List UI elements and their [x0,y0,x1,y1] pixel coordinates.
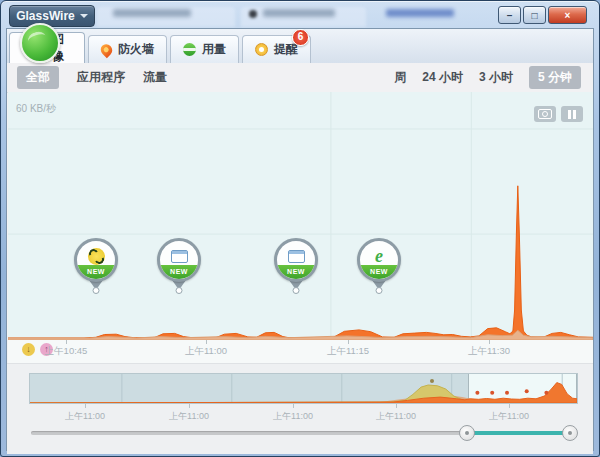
tab-firewall-label: 防火墙 [118,41,154,58]
timeline-label: 上午11:00 [376,410,416,423]
timeline-tick [189,404,190,408]
new-badge: NEW [360,265,398,279]
app-menu-label: GlassWire [16,9,75,23]
usage-sphere-icon [183,43,196,56]
background-tab-text [263,9,335,17]
time-label: 上午11:15 [327,345,369,358]
maximize-icon: □ [531,10,537,21]
network-activity-graph[interactable]: 60 KB/秒 NEW NEW NEW [8,92,593,341]
time-label: 上午11:30 [468,345,510,358]
time-label: 上午11:00 [185,345,227,358]
traffic-area-chart [8,92,593,340]
time-label: 上午10:45 [45,345,88,358]
window-app-icon [288,250,305,263]
pause-icon [568,110,576,119]
pause-graph-button[interactable] [561,106,583,122]
history-timeline-band[interactable] [29,373,578,404]
dropdown-arrow-icon [80,14,88,18]
axis-tick [66,340,67,344]
close-button[interactable]: × [548,6,587,24]
timeline-tick [85,404,86,408]
close-icon: × [565,10,571,21]
glasswire-window: GlassWire – □ × 图像 防火墙 [0,0,600,457]
glasswire-globe-icon [20,23,60,63]
window-controls: – □ × [496,6,587,24]
new-app-marker-3[interactable]: NEW [274,238,318,291]
y-scale-label: 60 KB/秒 [16,102,56,116]
minimize-button[interactable]: – [498,6,521,24]
new-badge: NEW [277,265,315,279]
range-24h-button[interactable]: 24 小时 [422,69,463,86]
background-tab-text [113,9,191,17]
history-mini-chart [30,374,577,403]
tab-bar: 图像 防火墙 用量 提醒 6 [7,29,593,64]
range-3h-button[interactable]: 3 小时 [479,69,513,86]
window-app-icon [171,250,188,263]
axis-tick [206,340,207,344]
timeline-tick [293,404,294,408]
timeline-label: 上午11:00 [489,410,529,423]
filter-all-button[interactable]: 全部 [17,66,59,89]
timeline-tick [396,404,397,408]
event-dot [176,287,183,294]
axis-tick [489,340,490,344]
filter-traffic-button[interactable]: 流量 [143,69,167,86]
app-menu-button[interactable]: GlassWire [9,5,95,27]
new-app-marker-1[interactable]: NEW [74,238,118,291]
axis-tick [348,340,349,344]
camera-icon [538,109,552,119]
filter-apps-button[interactable]: 应用程序 [77,69,125,86]
timeline-label: 上午11:00 [65,410,105,423]
slider-left-handle[interactable] [459,425,475,441]
new-badge: NEW [77,265,115,279]
alert-bubble-icon [255,43,268,56]
minimize-icon: – [507,10,513,21]
download-legend-toggle[interactable]: ↓ [22,343,35,356]
filter-toolbar: 全部 应用程序 流量 周 24 小时 3 小时 5 分钟 [7,63,593,93]
sync-arrows-app-icon [88,248,105,265]
new-badge: NEW [160,265,198,279]
background-tab-text [386,9,454,17]
flame-icon [98,41,114,57]
app-panel: 图像 防火墙 用量 提醒 6 全部 应用程序 [6,28,594,451]
tab-firewall[interactable]: 防火墙 [88,35,167,63]
internet-explorer-icon: e [375,247,383,265]
slider-selected-range[interactable] [467,431,570,435]
screenshot-camera-button[interactable] [534,106,556,122]
maximize-button[interactable]: □ [523,6,546,24]
title-bar: GlassWire – □ × [1,1,599,28]
timeline-panel: 上午11:00 上午11:00 上午11:00 上午11:00 上午11:00 [7,363,593,454]
time-axis: ↓ ↑ 上午10:45 上午11:00 上午11:15 上午11:30 [8,340,593,363]
timeline-tick [509,404,510,408]
event-dot [293,287,300,294]
new-app-marker-2[interactable]: NEW [157,238,201,291]
range-week-button[interactable]: 周 [394,69,406,86]
range-5min-button[interactable]: 5 分钟 [529,66,581,89]
alerts-count-badge: 6 [292,29,309,46]
new-app-marker-4[interactable]: e NEW [357,238,401,291]
event-dot [376,287,383,294]
timeline-label: 上午11:00 [273,410,313,423]
timeline-label: 上午11:00 [169,410,209,423]
tab-usage-label: 用量 [202,41,226,58]
tab-usage[interactable]: 用量 [170,35,239,63]
background-tab-favicon [249,10,257,18]
slider-right-handle[interactable] [562,425,578,441]
event-dot [93,287,100,294]
